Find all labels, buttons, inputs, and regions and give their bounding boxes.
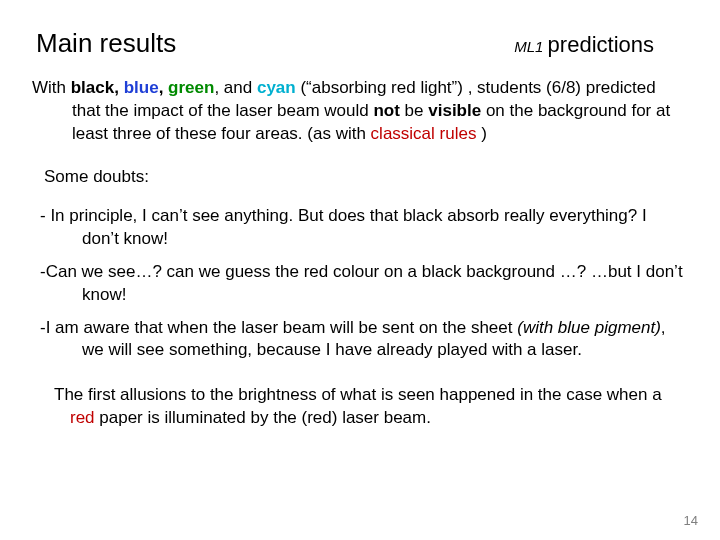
text-fragment: The first allusions to the brightness of… [54, 385, 662, 404]
title-left: Main results [36, 28, 176, 59]
dash: - [40, 206, 50, 225]
text-fragment: With [32, 78, 71, 97]
text-fragment: ) [476, 124, 486, 143]
text-fragment: paper is illuminated by the (red) laser … [99, 408, 431, 427]
response-text: I am aware that when the laser beam will… [46, 318, 518, 337]
comma: , and [214, 78, 257, 97]
color-green: green [168, 78, 214, 97]
emph-not: not [373, 101, 404, 120]
some-doubts-heading: Some doubts: [32, 166, 688, 189]
response-2: -Can we see…? can we guess the red colou… [32, 261, 688, 307]
text-fragment: be [405, 101, 429, 120]
classical-rules: classical rules [371, 124, 477, 143]
title-right: ML1 predictions [514, 32, 654, 58]
page-number: 14 [684, 513, 698, 528]
final-paragraph: The first allusions to the brightness of… [40, 384, 688, 430]
color-cyan: cyan [257, 78, 300, 97]
intro-paragraph: With black, blue, green, and cyan (“abso… [32, 77, 688, 146]
red-word: red [70, 408, 99, 427]
predictions-label: predictions [548, 32, 654, 57]
italic-fragment: (with blue pigment) [517, 318, 661, 337]
response-1: - In principle, I can’t see anything. Bu… [32, 205, 688, 251]
response-3: -I am aware that when the laser beam wil… [32, 317, 688, 363]
response-text: Can we see…? can we guess the red colour… [46, 262, 683, 304]
ml1-label: ML1 [514, 38, 547, 55]
comma: , [159, 78, 168, 97]
color-black: black [71, 78, 114, 97]
response-text: In principle, I can’t see anything. But … [50, 206, 646, 248]
comma: , [114, 78, 123, 97]
emph-visible: visible [428, 101, 486, 120]
color-blue: blue [124, 78, 159, 97]
slide-header: Main results ML1 predictions [32, 28, 688, 59]
